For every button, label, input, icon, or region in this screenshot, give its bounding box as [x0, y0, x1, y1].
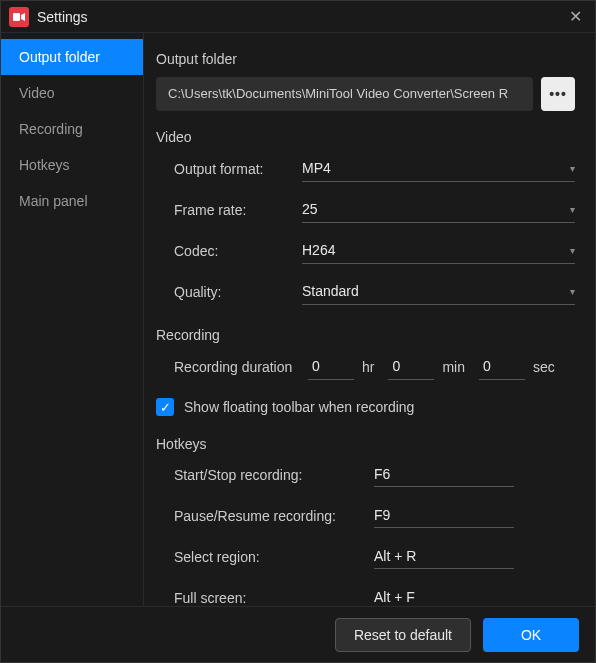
hotkey-full-screen-input[interactable]: Alt + F: [374, 585, 514, 606]
sidebar-item-hotkeys[interactable]: Hotkeys: [1, 147, 143, 183]
chevron-down-icon: ▾: [570, 204, 575, 215]
frame-rate-value: 25: [302, 201, 318, 217]
recording-duration-label: Recording duration: [174, 359, 300, 375]
chevron-down-icon: ▾: [570, 245, 575, 256]
sidebar-item-video[interactable]: Video: [1, 75, 143, 111]
sidebar-item-output-folder[interactable]: Output folder: [1, 39, 143, 75]
sidebar-item-recording[interactable]: Recording: [1, 111, 143, 147]
codec-value: H264: [302, 242, 335, 258]
duration-minutes-input[interactable]: [388, 353, 434, 380]
settings-window: Settings ✕ Output folder Video Recording…: [0, 0, 596, 663]
section-title-hotkeys: Hotkeys: [156, 436, 575, 452]
output-folder-field[interactable]: C:\Users\tk\Documents\MiniTool Video Con…: [156, 77, 533, 111]
minutes-unit: min: [442, 359, 465, 375]
sidebar-item-main-panel[interactable]: Main panel: [1, 183, 143, 219]
titlebar: Settings ✕: [1, 1, 595, 33]
sidebar: Output folder Video Recording Hotkeys Ma…: [1, 33, 144, 606]
quality-value: Standard: [302, 283, 359, 299]
chevron-down-icon: ▾: [570, 163, 575, 174]
frame-rate-select[interactable]: 25 ▾: [302, 196, 575, 223]
section-title-output-folder: Output folder: [156, 51, 575, 67]
window-title: Settings: [37, 9, 555, 25]
hotkey-start-stop-label: Start/Stop recording:: [174, 467, 374, 483]
frame-rate-label: Frame rate:: [174, 202, 302, 218]
hotkey-start-stop-input[interactable]: F6: [374, 462, 514, 487]
floating-toolbar-checkbox[interactable]: ✓: [156, 398, 174, 416]
output-format-label: Output format:: [174, 161, 302, 177]
content-pane: Output folder C:\Users\tk\Documents\Mini…: [144, 33, 595, 606]
quality-label: Quality:: [174, 284, 302, 300]
ok-button[interactable]: OK: [483, 618, 579, 652]
duration-seconds-input[interactable]: [479, 353, 525, 380]
section-title-video: Video: [156, 129, 575, 145]
quality-select[interactable]: Standard ▾: [302, 278, 575, 305]
reset-to-default-button[interactable]: Reset to default: [335, 618, 471, 652]
hotkey-pause-resume-label: Pause/Resume recording:: [174, 508, 374, 524]
window-body: Output folder Video Recording Hotkeys Ma…: [1, 33, 595, 606]
svg-rect-0: [13, 13, 20, 21]
close-button[interactable]: ✕: [555, 1, 595, 33]
hours-unit: hr: [362, 359, 374, 375]
hotkey-select-region-label: Select region:: [174, 549, 374, 565]
output-format-value: MP4: [302, 160, 331, 176]
floating-toolbar-label: Show floating toolbar when recording: [184, 399, 414, 415]
section-title-recording: Recording: [156, 327, 575, 343]
output-format-select[interactable]: MP4 ▾: [302, 155, 575, 182]
codec-label: Codec:: [174, 243, 302, 259]
codec-select[interactable]: H264 ▾: [302, 237, 575, 264]
browse-folder-button[interactable]: •••: [541, 77, 575, 111]
chevron-down-icon: ▾: [570, 286, 575, 297]
hotkey-full-screen-label: Full screen:: [174, 590, 374, 606]
footer: Reset to default OK: [1, 606, 595, 662]
hotkey-select-region-input[interactable]: Alt + R: [374, 544, 514, 569]
hotkey-pause-resume-input[interactable]: F9: [374, 503, 514, 528]
duration-hours-input[interactable]: [308, 353, 354, 380]
app-logo-icon: [9, 7, 29, 27]
seconds-unit: sec: [533, 359, 555, 375]
